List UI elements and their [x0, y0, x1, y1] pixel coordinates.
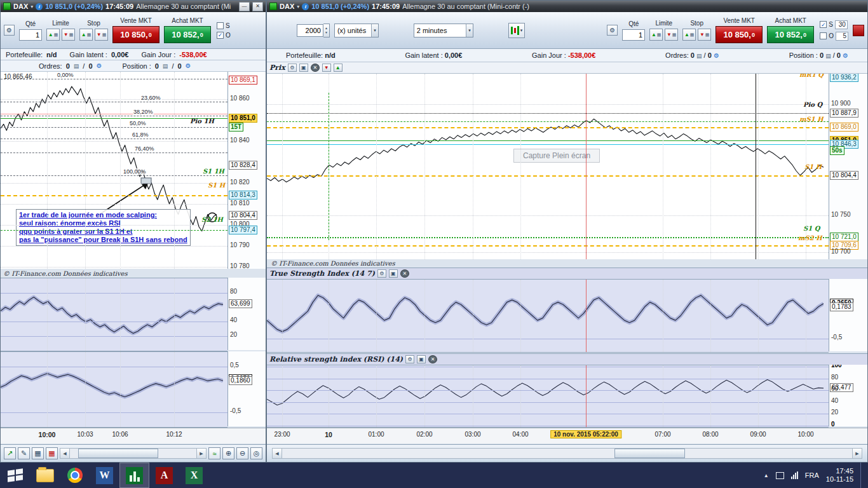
move-pane-down-icon[interactable]: ▼ — [322, 64, 331, 72]
s-checkbox[interactable] — [217, 22, 224, 29]
sell-market-button[interactable]: 10 850,0 — [112, 26, 159, 43]
pane-settings-icon[interactable]: ⚙ — [377, 269, 386, 278]
buy-stop-button[interactable]: ▲▦ — [682, 29, 696, 41]
orders-list-icon[interactable]: ▤ — [696, 53, 702, 59]
settings-wrench-button[interactable]: ⚙ — [607, 25, 618, 36]
scroll-right-button[interactable]: ▶ — [196, 449, 206, 458]
left-indicator2-pane[interactable] — [1, 351, 227, 428]
tray-expand-icon[interactable]: ▲ — [764, 473, 769, 478]
left-price-pane[interactable]: 10 865,46 1er trade de la journée en mod… — [1, 72, 227, 269]
rsi-pane[interactable] — [267, 365, 829, 428]
zoom-reset-icon[interactable]: ◎ — [250, 447, 262, 459]
position-list-icon[interactable]: ▤ — [825, 53, 831, 59]
chart-mode-icon[interactable]: ≈ — [208, 447, 220, 459]
chevron-down-icon[interactable]: ▾ — [520, 28, 523, 33]
spin-down-icon[interactable]: ▼ — [325, 30, 328, 34]
minimize-button[interactable]: — — [239, 2, 250, 11]
position-gear-icon[interactable]: ⚙ — [186, 62, 191, 69]
pane-settings-icon[interactable]: ⚙ — [288, 64, 297, 72]
o-toggle-row[interactable]: O5 — [820, 32, 848, 41]
scrollbar-thumb[interactable] — [78, 449, 158, 458]
move-pane-up-icon[interactable]: ▲ — [334, 64, 342, 72]
orders-gear-icon[interactable]: ⚙ — [714, 52, 719, 59]
taskbar-acrobat-button[interactable]: A — [149, 463, 179, 488]
s-checkbox[interactable]: ✓ — [820, 21, 827, 28]
instrument-name[interactable]: DAX — [280, 3, 294, 10]
horizontal-scrollbar[interactable]: ◀ ▶ — [272, 448, 862, 459]
position-gear-icon[interactable]: ⚙ — [843, 52, 848, 59]
left-indicator1-pane[interactable] — [1, 278, 227, 351]
timeframe-select[interactable]: 2 minutes ▾ — [414, 24, 473, 37]
grid-view-icon[interactable]: ▦ — [32, 447, 44, 459]
action-center-icon[interactable] — [776, 472, 784, 479]
titlebar[interactable]: DAX ▾ i 10 851,0 (+0,24%) 17:45:09 Allem… — [1, 1, 266, 12]
sell-limit-button[interactable]: ▼▦ — [665, 29, 678, 41]
chevron-down-icon[interactable]: ▾ — [297, 4, 299, 10]
s-toggle-row[interactable]: ✓S30 — [820, 20, 848, 29]
buy-market-button[interactable]: 10 852,0 — [767, 26, 814, 43]
clock[interactable]: 17:45 10-11-15 — [826, 467, 853, 484]
sell-market-button[interactable]: 10 850,0 — [715, 26, 763, 43]
pane-window-icon[interactable]: ▣ — [299, 64, 308, 72]
titlebar[interactable]: DAX ▾ i 10 851,0 (+0,24%) 17:45:09 Allem… — [267, 1, 867, 12]
info-icon[interactable]: i — [36, 3, 43, 10]
position-list-icon[interactable]: ▤ — [163, 63, 168, 69]
o-checkbox[interactable]: ✓ — [217, 32, 224, 39]
pane-window-icon[interactable]: ▣ — [389, 269, 398, 278]
s-value[interactable]: 30 — [835, 20, 848, 29]
horizontal-scrollbar[interactable]: ◀ ▶ — [60, 448, 207, 459]
pane-close-icon[interactable]: ✕ — [428, 355, 437, 363]
right-price-pane[interactable]: Capture Plein écran mR1 QPio QmS1 HS1 HS… — [267, 74, 829, 259]
units-select[interactable]: (x) unités ▾ — [334, 24, 379, 37]
chevron-down-icon[interactable]: ▾ — [371, 24, 378, 37]
settings-wrench-button[interactable]: ⚙ — [4, 25, 15, 36]
scroll-left-button[interactable]: ◀ — [273, 449, 282, 458]
pane-close-icon[interactable]: ✕ — [400, 269, 409, 278]
tsi-pane[interactable] — [267, 279, 829, 353]
buy-stop-button[interactable]: ▲▦ — [79, 29, 93, 41]
show-desktop-button[interactable] — [860, 463, 865, 488]
taskbar-chrome-button[interactable] — [60, 463, 90, 488]
volume-spinner[interactable]: 2000 ▲▼ — [297, 24, 330, 37]
qty-input[interactable] — [19, 29, 42, 41]
zoom-in-icon[interactable]: ⊕ — [222, 447, 234, 459]
taskbar-explorer-button[interactable] — [30, 463, 60, 488]
close-button[interactable]: ✕ — [252, 2, 263, 11]
chevron-down-icon[interactable]: ▾ — [31, 4, 33, 10]
orders-list-icon[interactable]: ▤ — [74, 63, 79, 69]
scrollbar-thumb[interactable] — [614, 449, 685, 458]
sell-limit-button[interactable]: ▼▦ — [62, 29, 75, 41]
trade-note[interactable]: 1er trade de la journée en mode scalping… — [16, 209, 191, 246]
orders-gear-icon[interactable]: ⚙ — [97, 62, 102, 69]
info-icon[interactable]: i — [302, 3, 309, 10]
buy-limit-button[interactable]: ▲▦ — [649, 29, 663, 41]
buy-limit-button[interactable]: ▲▦ — [46, 29, 60, 41]
taskbar-word-button[interactable]: W — [90, 463, 119, 488]
instrument-name[interactable]: DAX — [13, 3, 28, 10]
language-indicator[interactable]: FRA — [805, 471, 819, 479]
qty-input[interactable] — [622, 29, 645, 41]
pane-close-icon[interactable]: ✕ — [311, 64, 320, 72]
sell-stop-button[interactable]: ▼▦ — [698, 29, 711, 41]
detach-window-icon[interactable]: ↗ — [4, 447, 16, 459]
taskbar-start-button[interactable] — [0, 463, 30, 488]
o-value[interactable]: 5 — [836, 32, 848, 41]
buy-market-button[interactable]: 10 852,0 — [164, 26, 211, 43]
spin-up-icon[interactable]: ▲ — [325, 26, 328, 30]
sell-stop-button[interactable]: ▼▦ — [95, 29, 108, 41]
draw-tool-icon[interactable]: ✎ — [18, 447, 30, 459]
s-toggle-row[interactable]: S — [217, 22, 231, 29]
o-toggle-row[interactable]: ✓O — [217, 32, 231, 39]
pane-window-icon[interactable]: ▣ — [417, 355, 426, 363]
taskbar-trading-button[interactable] — [119, 463, 149, 488]
scroll-left-button[interactable]: ◀ — [60, 449, 70, 458]
chart-type-button[interactable]: ▾ — [508, 23, 526, 38]
scroll-right-button[interactable]: ▶ — [852, 449, 862, 458]
zoom-out-icon[interactable]: ⊖ — [236, 447, 248, 459]
chevron-down-icon[interactable]: ▾ — [466, 24, 473, 37]
volume-value[interactable]: 2000 — [297, 24, 323, 37]
pane-settings-icon[interactable]: ⚙ — [405, 355, 414, 363]
o-checkbox[interactable] — [820, 32, 827, 39]
network-icon[interactable] — [791, 471, 798, 479]
delete-drawing-icon[interactable]: ▦ — [46, 447, 58, 459]
